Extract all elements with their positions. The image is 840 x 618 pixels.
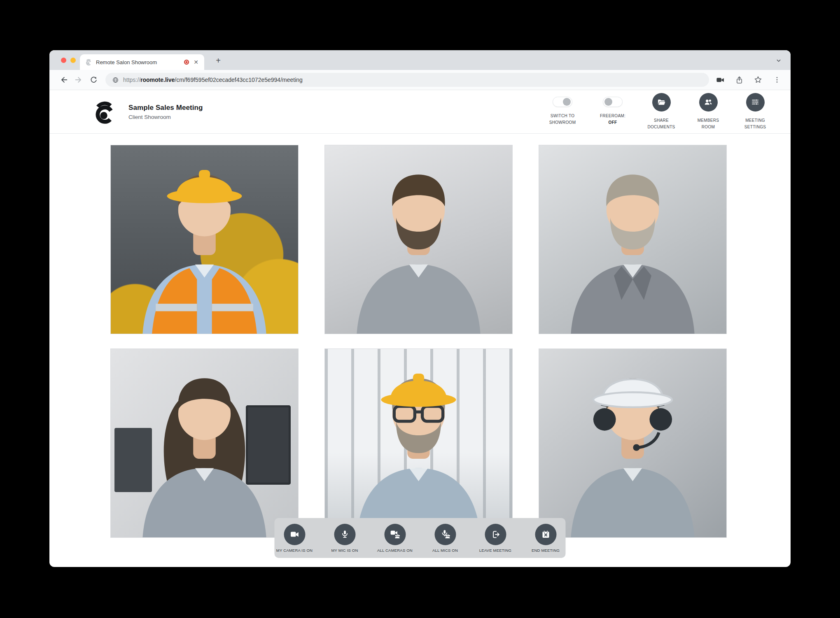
person-avatar-icon <box>325 349 512 537</box>
camera-icon <box>289 530 299 539</box>
control-label: ALL CAMERAS ON <box>377 548 413 553</box>
participant-video-tile <box>539 145 727 334</box>
mic-group-icon <box>440 529 450 540</box>
members-icon <box>703 97 713 107</box>
participant-video-tile <box>324 348 513 538</box>
toggle-knob <box>563 98 571 106</box>
members-room-button[interactable] <box>699 93 718 112</box>
forward-button[interactable] <box>72 74 85 86</box>
person-avatar-icon <box>325 145 512 334</box>
toolbar-icons <box>715 74 784 85</box>
forward-arrow-icon <box>74 75 83 84</box>
chevron-down-icon[interactable] <box>774 56 783 65</box>
control-label: END MEETING <box>532 548 560 553</box>
site-favicon-icon <box>85 58 92 66</box>
participant-video-tile <box>324 145 513 334</box>
mic-icon <box>340 530 350 539</box>
tab-title: Remote Salon Showroom <box>96 59 180 65</box>
back-button[interactable] <box>58 74 70 86</box>
meeting-header: Sample Sales Meeting Client Showroom SWI… <box>49 90 791 134</box>
person-avatar-icon <box>111 145 298 334</box>
address-bar[interactable]: https://roomote.live/cm/f69f595ef02cecad… <box>105 73 709 87</box>
minimize-window-button[interactable] <box>70 58 76 63</box>
control-label: MY CAMERA IS ON <box>276 548 313 553</box>
camera-group-icon <box>390 529 400 540</box>
star-icon <box>754 75 763 84</box>
camera-in-use-icon <box>716 75 725 85</box>
person-avatar-icon <box>111 349 298 537</box>
participant-video-tile <box>110 348 299 538</box>
meeting-subtitle: Client Showroom <box>128 114 203 120</box>
recording-indicator-icon <box>184 60 189 65</box>
meeting-control-bar: MY CAMERA IS ON MY MIC IS ON <box>275 518 566 558</box>
my-mic-button[interactable] <box>334 524 355 545</box>
back-arrow-icon <box>59 75 68 84</box>
share-icon <box>735 76 744 84</box>
browser-menu-button[interactable] <box>772 74 782 85</box>
share-page-button[interactable] <box>734 74 744 85</box>
tab-close-button[interactable]: ✕ <box>193 58 199 66</box>
freeroam-toggle[interactable] <box>603 97 623 107</box>
participant-video-tile <box>110 145 299 334</box>
sliders-icon <box>750 97 760 107</box>
person-avatar-icon <box>539 349 726 537</box>
reload-icon <box>89 76 98 84</box>
participant-video-tile <box>539 348 727 538</box>
control-label: MY MIC IS ON <box>331 548 358 553</box>
browser-window: Remote Salon Showroom ✕ + <box>49 50 791 567</box>
meeting-title: Sample Sales Meeting <box>128 104 203 112</box>
participant-grid <box>110 145 727 538</box>
all-mics-button[interactable] <box>434 524 456 545</box>
end-meeting-button[interactable] <box>535 524 556 545</box>
bookmark-button[interactable] <box>753 74 763 85</box>
url-text: https://roomote.live/cm/f69f595ef02cecad… <box>123 77 303 83</box>
folder-open-icon <box>656 97 666 107</box>
meeting-titles: Sample Sales Meeting Client Showroom <box>128 104 203 120</box>
roomote-logo-icon <box>91 99 117 125</box>
share-documents-button[interactable] <box>652 93 671 112</box>
browser-tab[interactable]: Remote Salon Showroom ✕ <box>80 54 204 70</box>
new-tab-button[interactable]: + <box>212 55 225 66</box>
freeroam-label: FREEROAM:OFF <box>600 113 625 126</box>
tab-strip: Remote Salon Showroom ✕ + <box>49 50 791 70</box>
calendar-x-icon <box>541 530 551 539</box>
leave-icon <box>490 530 500 539</box>
my-camera-button[interactable] <box>284 524 305 545</box>
meeting-settings-button[interactable] <box>746 93 765 112</box>
camera-in-use-button[interactable] <box>715 74 726 85</box>
header-controls: SWITCH TOSHOWROOM FREEROAM:OFF SHAREDOCU… <box>544 93 772 131</box>
meeting-settings-label: MEETINGSETTINGS <box>744 117 766 131</box>
leave-meeting-button[interactable] <box>485 524 506 545</box>
reload-button[interactable] <box>87 74 100 86</box>
globe-icon <box>112 77 119 84</box>
toggle-knob <box>604 98 612 106</box>
members-room-label: MEMBERSROOM <box>698 117 719 131</box>
share-documents-label: SHAREDOCUMENTS <box>647 117 675 131</box>
switch-to-showroom-toggle[interactable] <box>553 97 572 107</box>
control-label: ALL MICS ON <box>432 548 458 553</box>
all-cameras-button[interactable] <box>384 524 406 545</box>
kebab-menu-icon <box>773 76 781 84</box>
switch-to-showroom-label: SWITCH TOSHOWROOM <box>549 113 576 126</box>
control-label: LEAVE MEETING <box>479 548 511 553</box>
person-avatar-icon <box>539 145 726 334</box>
close-window-button[interactable] <box>61 58 66 63</box>
browser-toolbar: https://roomote.live/cm/f69f595ef02cecad… <box>49 70 791 90</box>
